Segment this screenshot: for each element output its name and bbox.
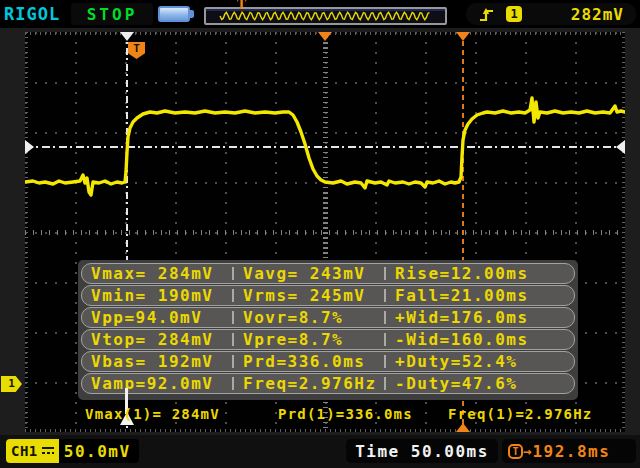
- measurement-row: Vmax= 284mV Vavg= 243mV Rise=12.00ms: [81, 263, 575, 284]
- trigger-info[interactable]: 1 282mV: [466, 3, 636, 25]
- measurement-cell-vavg: Vavg= 243mV: [234, 264, 384, 283]
- right-arrow-icon: →: [523, 443, 531, 459]
- battery-body: [158, 6, 190, 22]
- display-area: T Vmax= 284mV Vavg= 243mV Rise=12.00ms V…: [0, 28, 640, 435]
- measurement-row: Vpp=94.0mV Vovr=8.7% +Wid=176.0ms: [81, 307, 575, 328]
- timebase-display[interactable]: Time 50.00ms: [346, 439, 498, 463]
- measurement-cell-pwid: +Wid=176.0ms: [386, 308, 574, 327]
- measurement-cell-vpp: Vpp=94.0mV: [82, 308, 232, 327]
- measurement-panel: Vmax= 284mV Vavg= 243mV Rise=12.00ms Vmi…: [78, 260, 578, 400]
- trigger-offset-display[interactable]: T → 192.8ms: [502, 439, 636, 463]
- measurement-cell-nwid: -Wid=160.0ms: [386, 330, 574, 349]
- measurement-cell-vpre: Vpre=8.7%: [234, 330, 384, 349]
- trigger-level-value: 282mV: [571, 5, 624, 24]
- trigger-offset-icon: T: [508, 444, 523, 459]
- channel-1-control[interactable]: CH1 50.0mV: [6, 439, 139, 463]
- channel-label: CH1: [11, 443, 38, 459]
- trigger-source-badge: 1: [506, 6, 522, 22]
- measurement-cell-prd: Prd=336.0ms: [234, 352, 384, 371]
- measurement-cell-vtop: Vtop= 284mV: [82, 330, 232, 349]
- measurement-cell-rise: Rise=12.00ms: [386, 264, 574, 283]
- battery-cap: [190, 10, 194, 18]
- measurement-row: Vtop= 284mV Vpre=8.7% -Wid=160.0ms: [81, 329, 575, 350]
- trigger-offset-value: 192.8ms: [532, 442, 610, 461]
- bottom-status-bar: CH1 50.0mV Time 50.00ms T → 192.8ms: [0, 435, 640, 468]
- channel-scale-value: 50.0mV: [59, 442, 139, 461]
- measurement-cell-vbas: Vbas= 192mV: [82, 352, 232, 371]
- measurement-cell-pduty: +Duty=52.4%: [386, 352, 574, 371]
- graticule: T Vmax= 284mV Vavg= 243mV Rise=12.00ms V…: [25, 32, 625, 432]
- brand-logo: RIGOL: [4, 4, 60, 24]
- measurement-cell-freq: Freq=2.976Hz: [234, 374, 384, 393]
- waveform-trace-line: [25, 98, 625, 195]
- measurement-row: Vmin= 190mV Vrms= 245mV Fall=21.00ms: [81, 285, 575, 306]
- readout-vmax: Vmax(1)= 284mV: [85, 406, 220, 422]
- measurement-cell-vamp: Vamp=92.0mV: [82, 374, 232, 393]
- measurement-cell-nduty: -Duty=47.6%: [386, 374, 574, 393]
- rising-edge-icon: [478, 6, 496, 23]
- top-status-bar: RIGOL STOP T 1 282mV: [0, 0, 640, 28]
- measurement-row: Vbas= 192mV Prd=336.0ms +Duty=52.4%: [81, 351, 575, 372]
- measurement-row: Vamp=92.0mV Freq=2.976Hz -Duty=47.6%: [81, 373, 575, 394]
- readout-prd: Prd(1)=336.0ms: [278, 406, 413, 422]
- run-state-badge[interactable]: STOP: [71, 3, 153, 25]
- measurement-cell-vmax: Vmax= 284mV: [82, 264, 232, 283]
- battery-icon: [158, 6, 196, 22]
- preview-trace-line: [220, 12, 429, 20]
- channel-1-badge: CH1: [6, 439, 59, 463]
- channel-1-ground-marker[interactable]: 1: [1, 376, 22, 392]
- preview-trigger-marker[interactable]: T: [237, 0, 246, 12]
- readout-freq: Freq(1)=2.976Hz: [448, 406, 592, 422]
- dc-coupling-icon: [41, 446, 55, 457]
- measurement-cell-vovr: Vovr=8.7%: [234, 308, 384, 327]
- measurement-cell-vmin: Vmin= 190mV: [82, 286, 232, 305]
- oscilloscope-screen: RIGOL STOP T 1 282mV: [0, 0, 640, 468]
- measurement-cell-vrms: Vrms= 245mV: [234, 286, 384, 305]
- measurement-cell-fall: Fall=21.00ms: [386, 286, 574, 305]
